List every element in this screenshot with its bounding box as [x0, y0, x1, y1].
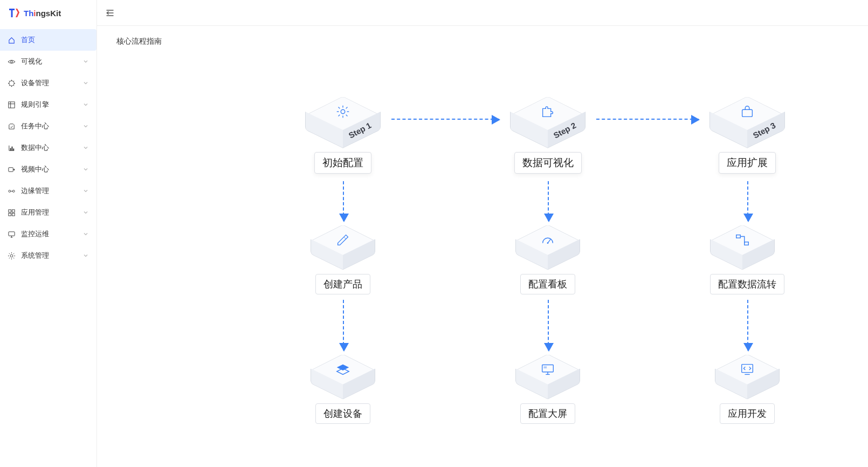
svg-point-32 — [547, 242, 549, 244]
sidebar-item-3[interactable]: 规则引擎 — [0, 94, 97, 115]
monitor-icon — [8, 230, 16, 238]
sidebar-item-10[interactable]: 系统管理 — [0, 245, 97, 266]
svg-rect-6 — [9, 167, 13, 171]
main: 核心流程指南 Step 1初始配置Step 2数据可视化Step 3应用扩展创建… — [97, 0, 868, 467]
chevron-down-icon — [82, 252, 89, 259]
v-arrow-0-0 — [343, 181, 344, 221]
v-arrow-1-1 — [548, 300, 549, 351]
svg-point-8 — [12, 190, 15, 192]
sidebar-item-1[interactable]: 可视化 — [0, 51, 97, 72]
sidebar-item-label: 首页 — [21, 35, 35, 45]
svg-line-23 — [339, 107, 340, 109]
step-label: 初始配置 — [314, 152, 371, 174]
step-label: 应用扩展 — [719, 152, 776, 174]
svg-line-26 — [346, 107, 348, 109]
flow-canvas: Step 1初始配置Step 2数据可视化Step 3应用扩展创建产品创建设备配… — [116, 68, 849, 445]
sub-label: 应用开发 — [720, 403, 775, 424]
svg-rect-12 — [12, 213, 15, 216]
collapse-sidebar-icon[interactable] — [106, 9, 114, 17]
chart-icon — [8, 144, 16, 152]
home-icon — [8, 36, 16, 44]
sub-node-0-1[interactable]: 创建设备 — [311, 354, 375, 424]
h-arrow-1 — [596, 119, 699, 120]
rule-icon — [8, 101, 16, 109]
svg-rect-36 — [544, 366, 547, 368]
svg-point-0 — [11, 60, 13, 63]
gear-icon — [8, 252, 16, 260]
svg-line-25 — [339, 115, 340, 116]
sidebar-item-label: 任务中心 — [21, 121, 49, 131]
step-node-2[interactable]: Step 2数据可视化 — [510, 95, 585, 174]
v-arrow-2-0 — [747, 181, 748, 221]
content: 核心流程指南 Step 1初始配置Step 2数据可视化Step 3应用扩展创建… — [97, 26, 868, 467]
svg-line-24 — [346, 115, 348, 116]
chevron-down-icon — [82, 231, 89, 237]
svg-rect-3 — [10, 148, 11, 150]
device-icon — [8, 79, 16, 87]
svg-rect-38 — [745, 242, 749, 245]
chevron-down-icon — [82, 80, 89, 86]
chevron-down-icon — [82, 188, 89, 194]
sidebar-item-label: 可视化 — [21, 57, 42, 66]
svg-rect-2 — [9, 101, 15, 107]
v-arrow-2-1 — [747, 300, 748, 351]
svg-rect-9 — [9, 209, 11, 212]
svg-marker-29 — [337, 365, 349, 370]
step-node-1[interactable]: Step 1初始配置 — [305, 95, 381, 174]
sub-node-1-1[interactable]: 配置大屏 — [515, 354, 580, 424]
sidebar-item-label: 数据中心 — [21, 143, 49, 153]
sidebar-item-label: 边缘管理 — [21, 186, 49, 196]
sub-node-2-1[interactable]: 应用开发 — [715, 354, 780, 424]
sub-node-2-0[interactable]: 配置数据流转 — [710, 224, 784, 294]
svg-line-28 — [344, 237, 346, 239]
step-label: 数据可视化 — [514, 152, 582, 174]
svg-line-31 — [548, 239, 551, 243]
sidebar-item-label: 系统管理 — [21, 251, 49, 260]
sidebar-item-7[interactable]: 边缘管理 — [0, 180, 97, 202]
svg-rect-5 — [13, 148, 14, 150]
sidebar-item-4[interactable]: 任务中心 — [0, 115, 97, 137]
chevron-down-icon — [82, 101, 89, 108]
sub-node-1-0[interactable]: 配置看板 — [515, 224, 580, 294]
svg-rect-27 — [742, 109, 753, 116]
svg-point-18 — [341, 109, 345, 114]
sidebar-item-label: 规则引擎 — [21, 100, 49, 109]
sidebar-item-5[interactable]: 数据中心 — [0, 137, 97, 159]
sidebar-item-9[interactable]: 监控运维 — [0, 223, 97, 245]
v-arrow-1-0 — [548, 181, 549, 221]
sidebar-item-0[interactable]: 首页 — [0, 29, 97, 51]
chevron-down-icon — [82, 209, 89, 216]
sub-label: 创建设备 — [315, 403, 370, 424]
sidebar-item-label: 应用管理 — [21, 208, 49, 217]
svg-rect-10 — [12, 209, 15, 212]
svg-point-1 — [9, 80, 14, 85]
step-node-3[interactable]: Step 3应用扩展 — [709, 95, 785, 174]
edge-icon — [8, 187, 16, 195]
chevron-down-icon — [82, 58, 89, 65]
logo-icon — [8, 6, 20, 19]
sub-label: 配置大屏 — [520, 403, 575, 424]
chevron-down-icon — [82, 166, 89, 173]
sidebar: ThingsKit 首页可视化设备管理规则引擎任务中心数据中心视频中心边缘管理应… — [0, 0, 97, 467]
svg-rect-4 — [12, 146, 13, 150]
sub-label: 创建产品 — [315, 274, 370, 294]
svg-point-14 — [10, 255, 13, 257]
sub-node-0-0[interactable]: 创建产品 — [311, 224, 375, 294]
eye-icon — [8, 58, 16, 66]
logo[interactable]: ThingsKit — [0, 0, 97, 26]
sub-label: 配置数据流转 — [710, 274, 784, 294]
svg-point-7 — [9, 190, 11, 192]
sidebar-item-8[interactable]: 应用管理 — [0, 202, 97, 223]
sidebar-item-label: 监控运维 — [21, 229, 49, 239]
sub-label: 配置看板 — [520, 274, 575, 294]
svg-rect-11 — [9, 213, 11, 216]
svg-rect-13 — [9, 231, 15, 236]
sidebar-item-label: 设备管理 — [21, 78, 49, 88]
svg-rect-37 — [736, 235, 741, 238]
sidebar-item-6[interactable]: 视频中心 — [0, 159, 97, 180]
sidebar-item-2[interactable]: 设备管理 — [0, 72, 97, 94]
sidebar-menu: 首页可视化设备管理规则引擎任务中心数据中心视频中心边缘管理应用管理监控运维系统管… — [0, 26, 97, 266]
h-arrow-0 — [391, 119, 499, 120]
section-title: 核心流程指南 — [116, 37, 849, 46]
topbar — [97, 0, 868, 26]
